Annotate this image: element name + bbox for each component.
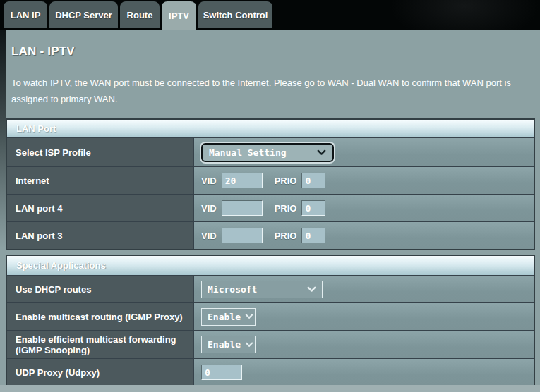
content-area: LAN - IPTV To watch IPTV, the WAN port m…: [0, 30, 540, 392]
dhcp-routes-label: Use DHCP routes: [7, 276, 194, 302]
igmp-snooping-row: Enable efficient multicast forwarding (I…: [7, 330, 534, 358]
igmp-snooping-value-cell: Enable: [194, 331, 534, 358]
igmp-snooping-label: Enable efficient multicast forwarding (I…: [7, 331, 194, 358]
chevron-down-icon: [245, 314, 253, 319]
udp-proxy-row: UDP Proxy (Udpxy): [7, 358, 534, 386]
prio-label: PRIO: [275, 203, 297, 214]
tab-iptv[interactable]: IPTV: [162, 1, 196, 30]
isp-profile-row: Select ISP Profile Manual Setting: [7, 137, 534, 166]
lan-port-4-vid-input[interactable]: [222, 200, 263, 216]
igmp-proxy-row: Enable multicast routing (IGMP Proxy) En…: [7, 302, 534, 330]
igmp-proxy-selected-value: Enable: [208, 312, 241, 322]
page-description: To watch IPTV, the WAN port must be conn…: [11, 75, 521, 107]
iptv-settings-screen: LAN IP DHCP Server Route IPTV Switch Con…: [0, 0, 540, 392]
tab-lan-ip[interactable]: LAN IP: [4, 1, 47, 28]
lan-port-3-vid-input[interactable]: [222, 228, 263, 243]
dual-wan-link[interactable]: WAN - Dual WAN: [328, 78, 400, 88]
internet-value-cell: VID PRIO: [194, 167, 534, 194]
udp-proxy-value-cell: [194, 359, 534, 386]
udp-proxy-label: UDP Proxy (Udpxy): [7, 359, 194, 386]
igmp-snooping-select[interactable]: Enable: [201, 336, 256, 353]
igmp-proxy-label: Enable multicast routing (IGMP Proxy): [7, 303, 194, 330]
prio-label: PRIO: [275, 176, 297, 186]
lan-port-3-vlan-row: LAN port 3 VID PRIO: [7, 221, 534, 249]
igmp-snooping-selected-value: Enable: [208, 339, 241, 350]
special-applications-panel: Special Applications Use DHCP routes Mic…: [6, 255, 535, 387]
special-applications-panel-header: Special Applications: [7, 256, 534, 275]
isp-profile-selected-value: Manual Setting: [209, 147, 287, 158]
isp-profile-value-cell: Manual Setting: [194, 138, 534, 166]
tab-route[interactable]: Route: [120, 1, 160, 28]
vid-label: VID: [201, 231, 217, 241]
lan-port-panel: LAN Port Select ISP Profile Manual Setti…: [6, 118, 535, 250]
isp-profile-select[interactable]: Manual Setting: [201, 143, 334, 162]
internet-vlan-row: Internet VID PRIO: [7, 166, 534, 194]
lan-port-4-label: LAN port 4: [7, 195, 194, 221]
description-text-before: To watch IPTV, the WAN port must be conn…: [11, 78, 328, 88]
lan-port-panel-header: LAN Port: [7, 120, 534, 137]
lan-port-4-prio-input[interactable]: [301, 200, 325, 216]
chevron-down-icon: [245, 342, 253, 348]
lan-port-4-vlan-row: LAN port 4 VID PRIO: [7, 194, 534, 221]
page-title: LAN - IPTV: [11, 44, 75, 59]
udp-proxy-input[interactable]: [201, 365, 242, 380]
internet-prio-input[interactable]: [301, 173, 325, 188]
igmp-proxy-value-cell: Enable: [194, 303, 534, 330]
igmp-proxy-select[interactable]: Enable: [201, 308, 256, 326]
lan-port-3-prio-input[interactable]: [301, 228, 325, 243]
tab-switch-control[interactable]: Switch Control: [198, 1, 272, 28]
tab-strip: LAN IP DHCP Server Route IPTV Switch Con…: [4, 1, 275, 30]
tab-bar: LAN IP DHCP Server Route IPTV Switch Con…: [0, 0, 540, 30]
lan-port-3-label: LAN port 3: [7, 222, 194, 249]
dhcp-routes-selected-value: Microsoft: [208, 284, 257, 295]
prio-label: PRIO: [275, 231, 297, 241]
tab-dhcp-server[interactable]: DHCP Server: [49, 1, 118, 28]
internet-vid-input[interactable]: [222, 173, 263, 188]
isp-profile-label: Select ISP Profile: [7, 138, 194, 166]
vid-label: VID: [201, 203, 217, 214]
dhcp-routes-select[interactable]: Microsoft: [201, 281, 323, 298]
lan-port-3-value-cell: VID PRIO: [194, 222, 534, 249]
internet-label: Internet: [7, 167, 194, 194]
title-divider: [9, 68, 532, 68]
chevron-down-icon: [317, 149, 326, 156]
bottom-strip: [0, 385, 540, 392]
chevron-down-icon: [307, 286, 316, 293]
vid-label: VID: [201, 176, 217, 186]
dhcp-routes-value-cell: Microsoft: [194, 276, 534, 302]
dhcp-routes-row: Use DHCP routes Microsoft: [7, 275, 534, 302]
lan-port-4-value-cell: VID PRIO: [194, 195, 534, 221]
